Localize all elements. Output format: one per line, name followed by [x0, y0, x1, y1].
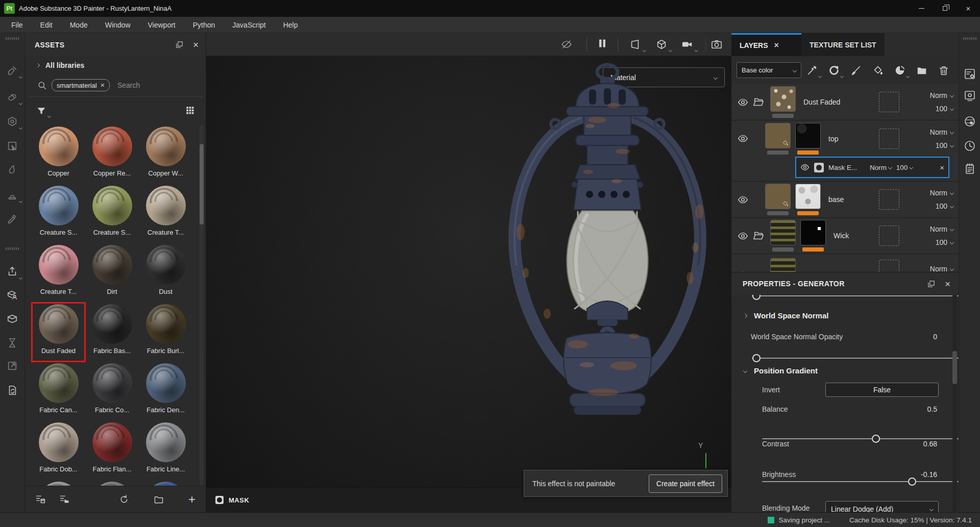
slider-knob[interactable] [752, 354, 761, 362]
material-thumbnail[interactable]: Fabric Co... [85, 362, 139, 421]
invert-toggle-button[interactable]: False [825, 383, 939, 397]
layer-row-dust-faded[interactable]: Dust Faded Norm 100 [731, 84, 959, 120]
slider-knob[interactable] [908, 478, 916, 486]
menu-file[interactable]: File [11, 21, 23, 29]
material-thumbnail[interactable]: Creature T... [32, 243, 85, 303]
projection-tool[interactable] [7, 116, 18, 127]
close-panel-icon[interactable]: × [193, 40, 199, 49]
blend-mode-dropdown[interactable]: Norm [930, 128, 953, 136]
blend-mode-dropdown[interactable]: Norm [930, 91, 953, 99]
blend-mode-dropdown[interactable]: Norm [930, 189, 953, 197]
opacity-dropdown[interactable]: 100 [936, 202, 953, 210]
tab-layers[interactable]: LAYERS × [731, 33, 801, 56]
all-libraries-row[interactable]: All libraries [25, 56, 206, 74]
layer-name[interactable]: top [825, 135, 879, 143]
material-thumbnail[interactable] [85, 480, 139, 486]
add-effect-icon[interactable] [806, 65, 818, 76]
material-thumbnail[interactable]: Dirt [85, 243, 139, 303]
send-to-community-button[interactable] [7, 289, 18, 300]
scrollbar-thumb[interactable] [952, 351, 957, 384]
log-icon[interactable] [964, 163, 976, 175]
material-thumbnail[interactable]: Creature T... [139, 184, 192, 243]
resources-updater-button[interactable] [7, 385, 18, 396]
add-folder-icon[interactable] [916, 65, 927, 76]
screenshot-camera-icon[interactable] [711, 39, 723, 50]
menu-help[interactable]: Help [283, 21, 298, 29]
blend-mode-dropdown[interactable]: Norm [930, 265, 953, 272]
slider-knob[interactable] [752, 295, 761, 300]
material-thumbnail[interactable] [32, 480, 85, 486]
material-thumbnail[interactable]: Fabric Den... [139, 362, 192, 421]
color-picker-tool[interactable] [7, 214, 18, 225]
camera-view-button[interactable] [681, 39, 693, 50]
assets-scrollbar[interactable] [200, 125, 204, 486]
visibility-eye-icon[interactable] [738, 231, 753, 241]
add-smart-material-icon[interactable] [828, 65, 840, 76]
menu-viewport[interactable]: Viewport [148, 21, 176, 29]
material-thumbnail[interactable]: Copper W... [139, 125, 192, 184]
save-asset-list-icon[interactable] [35, 494, 46, 505]
layer-thumbnail[interactable] [770, 258, 796, 272]
menu-edit[interactable]: Edit [40, 21, 53, 29]
fill-layer-thumbnail[interactable] [765, 123, 791, 148]
eraser-tool[interactable] [7, 91, 18, 103]
paint-brush-tool[interactable] [7, 65, 18, 76]
hide-ui-icon[interactable] [561, 39, 572, 50]
layer-row-wick[interactable]: Wick Norm 100 [731, 218, 959, 254]
section-world-space-normal[interactable]: World Space Normal [744, 311, 828, 320]
mask-thumbnail[interactable] [800, 220, 826, 245]
toolbar-drag-handle[interactable] [6, 37, 19, 40]
texture-set-settings-icon[interactable] [964, 68, 976, 80]
mask-thumbnail[interactable] [795, 123, 821, 148]
smudge-tool[interactable] [7, 164, 18, 175]
menu-window[interactable]: Window [105, 21, 131, 29]
shader-settings-icon[interactable] [964, 115, 976, 128]
filter-funnel-icon[interactable] [36, 106, 46, 116]
scrollbar-thumb[interactable] [200, 144, 204, 224]
empty-mask-placeholder[interactable] [879, 260, 899, 272]
material-thumbnail[interactable]: Creature S... [85, 184, 139, 243]
menu-javascript[interactable]: JavaScript [232, 21, 265, 29]
slider-knob[interactable] [872, 435, 880, 443]
pause-engine-button[interactable] [598, 39, 606, 50]
material-thumbnail[interactable]: Creature S... [32, 184, 85, 243]
contrast-slider[interactable] [762, 478, 959, 486]
undock-panel-icon[interactable] [175, 40, 184, 49]
open-folder-icon[interactable] [154, 494, 164, 505]
opacity-dropdown[interactable]: 100 [936, 105, 953, 113]
menu-python[interactable]: Python [193, 21, 215, 29]
grid-view-icon[interactable] [185, 106, 194, 117]
material-thumbnail[interactable]: Fabric Dob... [32, 421, 85, 480]
fill-layer-thumbnail[interactable] [765, 184, 791, 209]
empty-mask-placeholder[interactable] [879, 129, 899, 149]
remove-tag-icon[interactable]: × [101, 81, 105, 89]
wsn-opacity-value[interactable]: 0 [933, 333, 937, 341]
scrolled-slider[interactable] [752, 295, 959, 300]
tab-texture-set-list[interactable]: TEXTURE SET LIST [801, 33, 885, 56]
minimize-button[interactable] [910, 0, 933, 17]
layer-thumbnail[interactable] [770, 220, 796, 245]
display-settings-icon[interactable] [964, 90, 976, 102]
3d-2d-view-button[interactable] [656, 39, 667, 50]
layer-row-top[interactable]: top Norm 100 [731, 120, 959, 157]
search-filter-chip[interactable]: smartmaterial × [52, 79, 110, 91]
delete-layer-icon[interactable] [938, 65, 949, 76]
close-tab-icon[interactable]: × [774, 41, 779, 49]
visibility-eye-icon[interactable] [738, 133, 753, 144]
layer-thumbnail[interactable] [770, 86, 796, 112]
empty-mask-placeholder[interactable] [879, 225, 899, 246]
properties-scrollbar[interactable] [952, 295, 957, 512]
opacity-dropdown[interactable]: 100 [936, 238, 953, 246]
layer-row-partial[interactable]: Norm [731, 254, 959, 272]
visibility-eye-icon[interactable] [800, 163, 810, 172]
empty-mask-placeholder[interactable] [879, 189, 899, 210]
contrast-value[interactable]: 0.68 [923, 440, 937, 448]
delete-effect-icon[interactable]: × [940, 163, 944, 172]
layer-name[interactable]: Wick [830, 232, 879, 240]
material-thumbnail[interactable]: Copper Re... [85, 125, 139, 184]
material-thumbnail[interactable]: Fabric Burl... [139, 303, 192, 362]
add-fill-layer-icon[interactable] [872, 65, 884, 76]
import-asset-list-icon[interactable] [59, 494, 70, 505]
section-position-gradient[interactable]: Position Gradient [744, 366, 818, 375]
layer-row-base[interactable]: base Norm 100 [731, 182, 959, 218]
